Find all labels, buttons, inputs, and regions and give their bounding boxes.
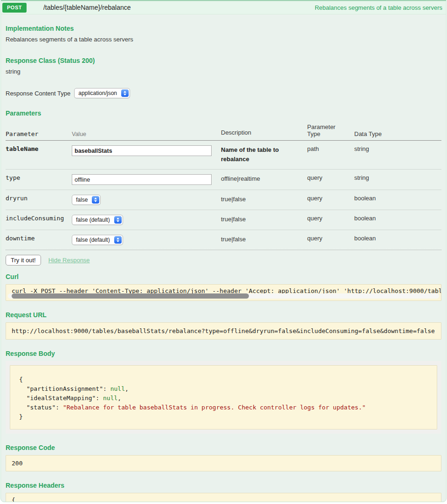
response-code-heading: Response Code	[6, 444, 441, 451]
try-it-out-button[interactable]: Try it out!	[6, 255, 41, 266]
parameter-type: query	[307, 215, 354, 225]
curl-scrollbar[interactable]	[8, 293, 439, 299]
parameter-data-type: string	[354, 174, 441, 185]
response-body-line: }	[19, 412, 430, 422]
selected-option-label: false	[76, 197, 88, 203]
column-header-parameter: Parameter	[6, 130, 72, 137]
response-body-heading: Response Body	[6, 350, 441, 357]
response-body-line: "status": "Rebalance for table baseballS…	[19, 403, 430, 412]
response-content-type-label: Response Content Type	[6, 90, 70, 97]
response-class-value: string	[6, 68, 441, 75]
dryrun-select[interactable]: false	[72, 195, 101, 205]
operation-panel: POST /tables/{tableName}/rebalance Rebal…	[0, 0, 447, 502]
hide-response-link[interactable]: Hide Response	[48, 257, 90, 264]
parameter-name: downtime	[6, 235, 72, 245]
parameter-row: dryrunfalsetrue|falsequeryboolean	[6, 190, 441, 210]
includeConsuming-select[interactable]: false (default)	[72, 215, 123, 225]
column-header-value: Value	[72, 131, 221, 137]
parameter-description: Name of the table to rebalance	[221, 145, 307, 164]
response-class-heading: Response Class (Status 200)	[6, 57, 441, 64]
parameter-name: includeConsuming	[6, 215, 72, 225]
parameter-row: tableNameName of the table to rebalancep…	[6, 141, 441, 170]
response-body-wrap: { "partitionAssignment": null, "idealSta…	[6, 361, 441, 434]
downtime-select[interactable]: false (default)	[72, 235, 123, 245]
parameter-name: dryrun	[6, 195, 72, 205]
parameter-value-cell: false (default)	[72, 235, 221, 245]
parameter-row: typeoffline|realtimequerystring	[6, 170, 441, 190]
operation-content: Implementation Notes Rebalances segments…	[1, 14, 446, 502]
select-stepper-icon	[92, 196, 99, 204]
parameter-name: tableName	[6, 145, 72, 164]
response-headers-box: { "access-control-allow-origin": "*", "p…	[6, 493, 441, 502]
selected-option-label: false (default)	[76, 217, 110, 223]
parameter-type: path	[307, 145, 354, 164]
parameter-row: includeConsumingfalse (default)true|fals…	[6, 210, 441, 230]
column-header-data-type: Data Type	[354, 130, 441, 137]
column-header-description: Description	[221, 128, 307, 137]
parameters-table-header: Parameter Value Description Parameter Ty…	[6, 121, 441, 141]
operation-header[interactable]: POST /tables/{tableName}/rebalance Rebal…	[1, 0, 446, 14]
parameter-data-type: boolean	[354, 195, 441, 205]
curl-box: curl -X POST --header 'Content-Type: app…	[6, 284, 441, 301]
parameter-description: true|false	[221, 195, 307, 205]
parameter-value-cell: false (default)	[72, 215, 221, 225]
response-header-line: {	[12, 497, 435, 502]
request-url-heading: Request URL	[6, 311, 441, 319]
parameter-data-type: boolean	[354, 215, 441, 225]
parameter-description: offline|realtime	[221, 174, 307, 185]
parameter-name: type	[6, 174, 72, 185]
response-content-type-selected: application/json	[78, 90, 117, 96]
parameter-data-type: string	[354, 145, 441, 164]
request-url-box: http://localhost:9000/tables/baseballSta…	[6, 322, 441, 340]
curl-scrollbar-thumb[interactable]	[12, 293, 249, 299]
select-stepper-icon	[114, 236, 122, 244]
select-stepper-icon	[121, 89, 129, 97]
response-content-type-select[interactable]: application/json	[74, 88, 130, 98]
response-body-code: { "partitionAssignment": null, "idealSta…	[10, 365, 437, 429]
parameter-description: true|false	[221, 235, 307, 245]
tableName-input[interactable]	[72, 145, 212, 156]
parameter-value-cell	[72, 145, 221, 164]
response-code-box: 200	[6, 455, 441, 471]
parameters-heading: Parameters	[6, 109, 441, 117]
selected-option-label: false (default)	[76, 237, 110, 243]
parameters-table: Parameter Value Description Parameter Ty…	[6, 121, 441, 250]
parameter-row: downtimefalse (default)true|falsequerybo…	[6, 230, 441, 250]
parameter-description: true|false	[221, 215, 307, 225]
implementation-notes-heading: Implementation Notes	[6, 25, 441, 32]
response-body-line: "idealStateMapping": null,	[19, 394, 430, 403]
parameter-value-cell: false	[72, 195, 221, 205]
parameter-type: query	[307, 195, 354, 205]
implementation-notes-text: Rebalances segments of a table across se…	[6, 36, 441, 43]
parameter-data-type: boolean	[354, 235, 441, 245]
type-input[interactable]	[72, 174, 212, 185]
parameters-rows: tableNameName of the table to rebalancep…	[6, 141, 441, 250]
curl-heading: Curl	[6, 273, 441, 280]
http-method-badge: POST	[2, 3, 27, 13]
operation-summary-link[interactable]: Rebalances segments of a table across se…	[315, 4, 442, 11]
parameter-value-cell	[72, 174, 221, 185]
response-headers-heading: Response Headers	[6, 482, 441, 489]
response-body-line: {	[19, 375, 430, 384]
select-stepper-icon	[114, 216, 122, 224]
parameter-type: query	[307, 174, 354, 185]
response-body-line: "partitionAssignment": null,	[19, 384, 430, 394]
column-header-parameter-type: Parameter Type	[307, 123, 354, 137]
parameter-type: query	[307, 235, 354, 245]
operation-path-link[interactable]: /tables/{tableName}/rebalance	[43, 4, 131, 11]
